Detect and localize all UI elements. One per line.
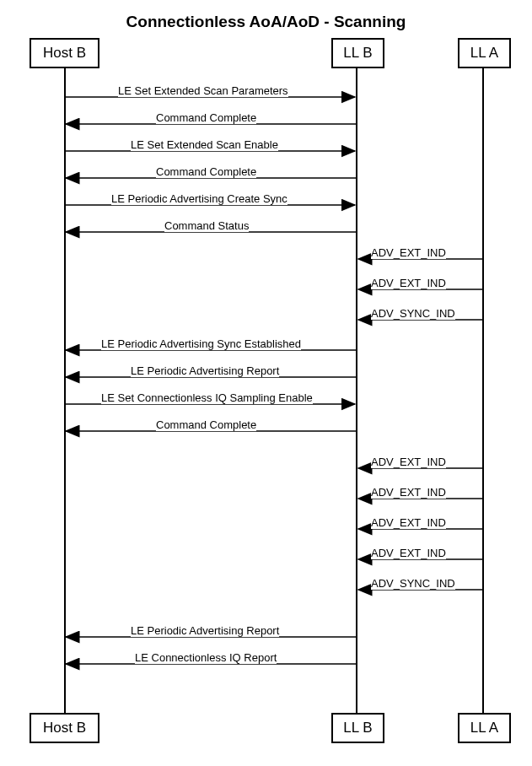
- sequence-diagram: Connectionless AoA/AoD - Scanning Host B…: [0, 0, 532, 766]
- msg-label: Command Complete: [156, 165, 256, 178]
- actor-host-b-bottom: Host B: [30, 713, 99, 743]
- msg-label: LE Set Extended Scan Enable: [131, 138, 278, 151]
- msg-label: LE Set Extended Scan Parameters: [118, 84, 288, 97]
- diagram-body: Host B LL B LL A Host B LL B LL A: [0, 38, 532, 747]
- msg-label: ADV_EXT_IND: [371, 456, 446, 468]
- msg-label: ADV_EXT_IND: [371, 246, 446, 259]
- msg-label: LE Periodic Advertising Report: [131, 364, 279, 377]
- msg-label: Command Complete: [156, 111, 256, 124]
- msg-label: LE Periodic Advertising Create Sync: [111, 192, 287, 205]
- msg-label: ADV_EXT_IND: [371, 277, 446, 289]
- actor-ll-b-bottom: LL B: [331, 713, 384, 743]
- msg-label: Command Complete: [156, 418, 256, 431]
- msg-label: LE Periodic Advertising Sync Established: [101, 337, 301, 350]
- actor-ll-a-top: LL A: [458, 38, 511, 68]
- msg-label: ADV_EXT_IND: [371, 486, 446, 499]
- msg-label: ADV_EXT_IND: [371, 516, 446, 529]
- msg-label: ADV_EXT_IND: [371, 547, 446, 559]
- msg-label: LE Connectionless IQ Report: [135, 651, 277, 664]
- actor-host-b-top: Host B: [30, 38, 99, 68]
- actor-ll-a-bottom: LL A: [458, 713, 511, 743]
- msg-label: LE Set Connectionless IQ Sampling Enable: [101, 391, 313, 404]
- msg-label: ADV_SYNC_IND: [371, 307, 455, 320]
- msg-label: LE Periodic Advertising Report: [131, 624, 279, 637]
- actor-ll-b-top: LL B: [331, 38, 384, 68]
- diagram-title: Connectionless AoA/AoD - Scanning: [0, 0, 532, 38]
- msg-label: Command Status: [164, 219, 249, 232]
- msg-label: ADV_SYNC_IND: [371, 577, 455, 590]
